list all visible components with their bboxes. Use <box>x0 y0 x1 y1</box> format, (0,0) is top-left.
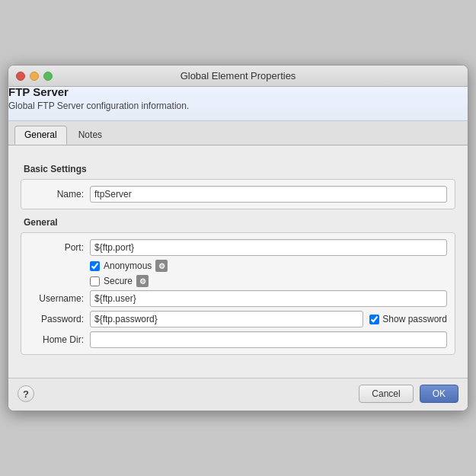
password-row: Password: Show password <box>29 311 447 327</box>
show-password-label[interactable]: Show password <box>369 314 447 324</box>
tab-content-general: Basic Settings Name: General Port: An <box>21 156 455 370</box>
secure-checkbox[interactable] <box>90 276 100 286</box>
anonymous-info-icon[interactable]: ⚙ <box>155 260 168 272</box>
port-label: Port: <box>29 242 90 253</box>
home-dir-label: Home Dir: <box>29 334 90 345</box>
dialog-window: Global Element Properties FTP Server Glo… <box>8 65 468 411</box>
name-row: Name: <box>29 186 447 203</box>
show-password-checkbox[interactable] <box>369 315 379 324</box>
password-label: Password: <box>29 314 90 324</box>
secure-row: Secure ⚙ <box>29 275 447 287</box>
component-title: FTP Server <box>8 85 468 98</box>
maximize-button[interactable] <box>43 72 53 81</box>
titlebar: Global Element Properties <box>8 65 468 87</box>
home-dir-input[interactable] <box>90 331 447 348</box>
password-field-group: Show password <box>90 311 447 327</box>
window-title: Global Element Properties <box>180 70 296 81</box>
name-input[interactable] <box>90 186 447 203</box>
username-input[interactable] <box>90 290 447 307</box>
basic-settings-header: Basic Settings <box>21 164 455 174</box>
help-button[interactable]: ? <box>18 385 34 402</box>
tab-general[interactable]: General <box>14 126 67 145</box>
component-subtitle: Global FTP Server configuration informat… <box>8 101 468 111</box>
username-label: Username: <box>29 293 90 304</box>
footer-buttons: Cancel OK <box>359 385 458 403</box>
tab-bar: General Notes <box>8 121 468 145</box>
content-area: Basic Settings Name: General Port: An <box>8 145 468 378</box>
username-row: Username: <box>29 290 447 307</box>
show-password-text: Show password <box>382 314 447 324</box>
anonymous-label: Anonymous <box>104 260 152 271</box>
anonymous-checkbox[interactable] <box>90 261 100 271</box>
port-row: Port: <box>29 239 447 256</box>
anonymous-row: Anonymous ⚙ <box>29 260 447 272</box>
secure-info-icon[interactable]: ⚙ <box>136 275 149 287</box>
tab-notes[interactable]: Notes <box>69 126 112 145</box>
secure-label: Secure <box>104 276 133 286</box>
home-dir-row: Home Dir: <box>29 331 447 348</box>
general-settings-header: General <box>21 217 455 228</box>
close-button[interactable] <box>16 72 25 81</box>
minimize-button[interactable] <box>30 72 39 81</box>
port-input[interactable] <box>90 239 447 256</box>
cancel-button[interactable]: Cancel <box>359 385 413 403</box>
general-settings-group: Port: Anonymous ⚙ Secure ⚙ Userna <box>21 232 455 355</box>
ok-button[interactable]: OK <box>420 385 458 403</box>
traffic-lights <box>16 72 53 81</box>
name-label: Name: <box>29 189 90 200</box>
password-input[interactable] <box>90 311 363 327</box>
basic-settings-group: Name: <box>21 179 455 209</box>
dialog-footer: ? Cancel OK <box>8 378 468 411</box>
